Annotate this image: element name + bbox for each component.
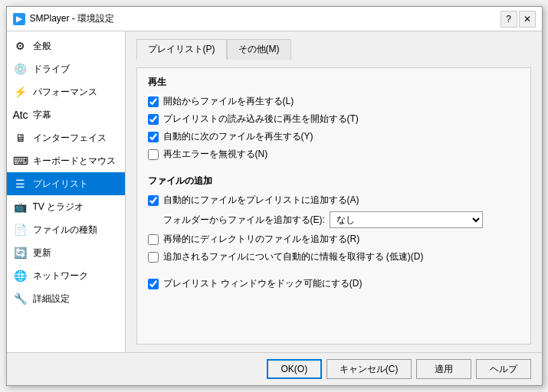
close-button[interactable]: ✕: [519, 11, 536, 28]
dialog-body: ⚙全般💿ドライブ⚡パフォーマンスAtc字幕🖥インターフェイス⌨キーボードとマウス…: [7, 31, 542, 352]
tab-other[interactable]: その他(M): [227, 39, 291, 60]
checkbox-play-from-start-label: 開始からファイルを再生する(L): [163, 95, 294, 108]
checkbox-auto-info-label: 追加されるファイルについて自動的に情報を取得する (低速)(D): [163, 250, 424, 263]
sidebar-label-tv: TV とラジオ: [33, 201, 84, 214]
title-bar-buttons: ? ✕: [500, 11, 536, 28]
update-icon: 🔄: [13, 245, 28, 260]
sidebar: ⚙全般💿ドライブ⚡パフォーマンスAtc字幕🖥インターフェイス⌨キーボードとマウス…: [7, 31, 126, 352]
folder-dropdown-row: フォルダーからファイルを追加する(E): なし: [163, 211, 520, 228]
general-icon: ⚙: [13, 38, 28, 54]
tab-playlist[interactable]: プレイリスト(P): [136, 39, 227, 60]
sidebar-label-advanced: 詳細設定: [33, 292, 70, 305]
sidebar-item-advanced[interactable]: 🔧詳細設定: [7, 287, 125, 310]
sidebar-item-update[interactable]: 🔄更新: [7, 241, 125, 264]
checkbox-auto-add-label: 自動的にファイルをプレイリストに追加する(A): [163, 194, 359, 207]
file-addition-section-title: ファイルの追加: [148, 175, 520, 188]
checkbox-recursive: 再帰的にディレクトリのファイルを追加する(R): [148, 233, 520, 246]
section-divider-2: [148, 268, 520, 277]
filetypes-icon: 📄: [13, 222, 28, 237]
main-content: プレイリスト(P) その他(M) 再生 開始からファイルを再生する(L) プレイ…: [126, 31, 542, 352]
sidebar-item-network[interactable]: 🌐ネットワーク: [7, 264, 125, 287]
app-icon: ▶: [13, 13, 25, 25]
help-button-footer[interactable]: ヘルプ: [476, 359, 531, 379]
tab-bar: プレイリスト(P) その他(M): [136, 39, 531, 60]
settings-dialog: ▶ SMPlayer - 環境設定 ? ✕ ⚙全般💿ドライブ⚡パフォーマンスAt…: [6, 6, 543, 386]
network-icon: 🌐: [13, 268, 28, 283]
checkbox-recursive-input[interactable]: [148, 234, 159, 245]
sidebar-item-drive[interactable]: 💿ドライブ: [7, 57, 125, 80]
checkbox-ignore-error-input[interactable]: [148, 149, 159, 160]
tv-icon: 📺: [13, 199, 28, 214]
dialog-footer: OK(O) キャンセル(C) 適用 ヘルプ: [7, 352, 542, 385]
sidebar-label-drive: ドライブ: [33, 63, 70, 76]
playlist-icon: ☰: [13, 176, 28, 191]
sidebar-item-tv[interactable]: 📺TV とラジオ: [7, 195, 125, 218]
sidebar-item-general[interactable]: ⚙全般: [7, 34, 125, 57]
sidebar-label-performance: パフォーマンス: [33, 86, 97, 99]
checkbox-play-after-load-label: プレイリストの読み込み後に再生を開始する(T): [163, 113, 359, 126]
apply-button[interactable]: 適用: [416, 359, 471, 379]
checkbox-play-after-load: プレイリストの読み込み後に再生を開始する(T): [148, 113, 520, 126]
performance-icon: ⚡: [13, 84, 28, 100]
folder-dropdown-label: フォルダーからファイルを追加する(E):: [163, 214, 325, 227]
cancel-button[interactable]: キャンセル(C): [327, 359, 412, 379]
subtitle-icon: Atc: [13, 107, 28, 122]
ok-button[interactable]: OK(O): [267, 359, 322, 379]
sidebar-item-playlist[interactable]: ☰プレイリスト: [7, 172, 125, 195]
window-title: SMPlayer - 環境設定: [30, 12, 500, 25]
checkbox-play-from-start-input[interactable]: [148, 96, 159, 107]
checkbox-auto-info: 追加されるファイルについて自動的に情報を取得する (低速)(D): [148, 250, 520, 263]
sidebar-item-filetypes[interactable]: 📄ファイルの種類: [7, 218, 125, 241]
checkbox-auto-next: 自動的に次のファイルを再生する(Y): [148, 130, 520, 143]
checkbox-dockable: プレイリスト ウィンドウをドック可能にする(D): [148, 277, 520, 290]
sidebar-label-playlist: プレイリスト: [33, 178, 88, 191]
checkbox-recursive-label: 再帰的にディレクトリのファイルを追加する(R): [163, 233, 360, 246]
sidebar-item-subtitle[interactable]: Atc字幕: [7, 103, 125, 126]
checkbox-ignore-error-label: 再生エラーを無視する(N): [163, 148, 268, 161]
sidebar-label-subtitle: 字幕: [33, 109, 51, 122]
sidebar-item-interface[interactable]: 🖥インターフェイス: [7, 126, 125, 149]
checkbox-dockable-label: プレイリスト ウィンドウをドック可能にする(D): [163, 277, 363, 290]
checkbox-ignore-error: 再生エラーを無視する(N): [148, 148, 520, 161]
checkbox-auto-add-input[interactable]: [148, 195, 159, 206]
playback-section-title: 再生: [148, 76, 520, 89]
help-button[interactable]: ?: [500, 11, 517, 28]
keyboard-icon: ⌨: [13, 153, 28, 168]
title-bar: ▶ SMPlayer - 環境設定 ? ✕: [7, 7, 542, 31]
sidebar-label-update: 更新: [33, 247, 51, 260]
checkbox-auto-next-input[interactable]: [148, 132, 159, 142]
sidebar-item-performance[interactable]: ⚡パフォーマンス: [7, 80, 125, 103]
sidebar-label-interface: インターフェイス: [33, 132, 107, 145]
interface-icon: 🖥: [13, 130, 28, 145]
sidebar-item-keyboard[interactable]: ⌨キーボードとマウス: [7, 149, 125, 172]
tab-content: 再生 開始からファイルを再生する(L) プレイリストの読み込み後に再生を開始する…: [136, 67, 531, 345]
sidebar-label-filetypes: ファイルの種類: [33, 224, 97, 237]
checkbox-play-after-load-input[interactable]: [148, 114, 159, 125]
section-divider-1: [148, 165, 520, 175]
sidebar-label-keyboard: キーボードとマウス: [33, 155, 116, 168]
sidebar-label-network: ネットワーク: [33, 270, 88, 283]
checkbox-auto-info-input[interactable]: [148, 252, 159, 263]
folder-dropdown[interactable]: なし: [330, 211, 483, 228]
checkbox-dockable-input[interactable]: [148, 279, 159, 289]
advanced-icon: 🔧: [13, 291, 28, 306]
sidebar-label-general: 全般: [33, 40, 51, 53]
checkbox-play-from-start: 開始からファイルを再生する(L): [148, 95, 520, 108]
drive-icon: 💿: [13, 61, 28, 77]
checkbox-auto-add: 自動的にファイルをプレイリストに追加する(A): [148, 194, 520, 207]
checkbox-auto-next-label: 自動的に次のファイルを再生する(Y): [163, 130, 313, 143]
